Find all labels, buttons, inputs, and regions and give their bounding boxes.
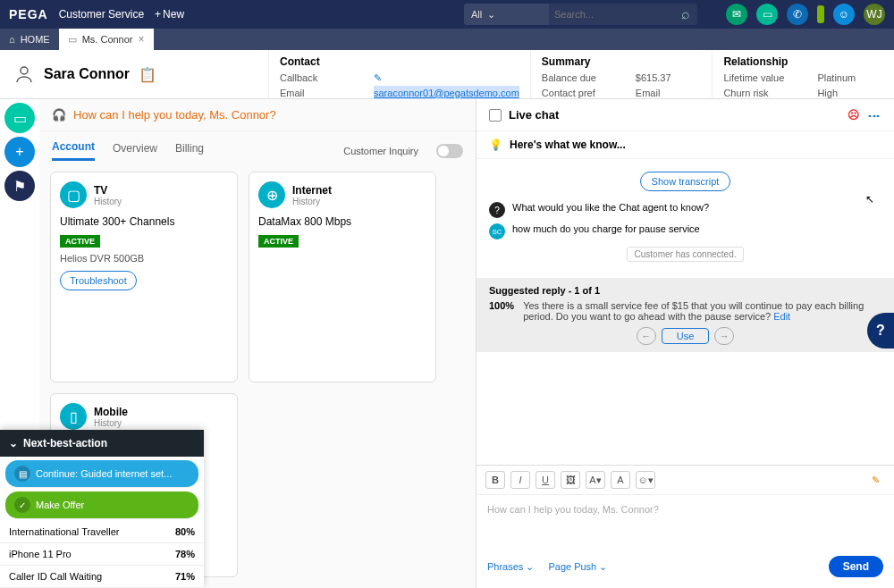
tv-plan: Ultimate 300+ Channels: [60, 215, 228, 228]
sentiment-sad-icon[interactable]: ☹: [848, 108, 860, 122]
confidence-pct: 100%: [489, 300, 514, 322]
nba-panel: ⌄Next-best-action ▤Continue: Guided inte…: [0, 430, 204, 588]
callback-label: Callback: [280, 71, 347, 86]
card-tv: ▢TVHistory Ultimate 300+ Channels ACTIVE…: [50, 172, 238, 382]
profile-icon[interactable]: ☺: [833, 4, 855, 25]
sub-tabs: Account Overview Billing Customer Inquir…: [39, 131, 476, 161]
phrases-dropdown[interactable]: Phrases ⌄: [487, 561, 534, 573]
tab-account[interactable]: Account: [52, 140, 95, 161]
bold-icon[interactable]: B: [485, 471, 505, 489]
image-icon[interactable]: 🖼: [561, 471, 580, 489]
tab-home[interactable]: ⌂HOME: [0, 29, 59, 50]
clipboard-icon[interactable]: 📋: [139, 66, 156, 83]
edit-icon[interactable]: ✎: [374, 71, 382, 86]
user-avatar[interactable]: WJ: [864, 4, 885, 25]
ltv-label: Lifetime value: [723, 71, 790, 86]
suggested-title: Suggested reply - 1 of 1: [489, 285, 881, 296]
close-icon[interactable]: ×: [139, 33, 145, 46]
system-message: Customer has connected.: [627, 247, 745, 262]
check-icon: ✓: [14, 497, 30, 513]
status-badge: ACTIVE: [258, 235, 299, 248]
tab-billing[interactable]: Billing: [175, 142, 204, 160]
card-sub[interactable]: History: [94, 418, 128, 428]
globe-icon: ⊕: [258, 181, 285, 208]
chat-icon[interactable]: ▭: [756, 4, 778, 25]
battery-icon[interactable]: [817, 5, 824, 23]
churn-value: High: [817, 86, 838, 101]
nba-item[interactable]: Internatinational Traveller80%: [0, 521, 204, 543]
know-heading: Here's what we know...: [510, 139, 626, 151]
new-button[interactable]: +New: [155, 8, 184, 21]
relationship-heading: Relationship: [723, 55, 883, 68]
rail-flag-icon[interactable]: ⚑: [4, 171, 35, 201]
highlight-icon[interactable]: A: [611, 471, 630, 489]
card-sub[interactable]: History: [292, 197, 332, 206]
person-icon: [13, 63, 35, 85]
kebab-menu-icon[interactable]: ⋮: [867, 110, 881, 121]
checkbox-icon[interactable]: [489, 109, 502, 122]
phone-icon[interactable]: ✆: [787, 4, 808, 25]
svg-point-0: [21, 67, 28, 74]
customer-name: Sara Connor: [44, 66, 130, 82]
nba-item[interactable]: Caller ID Call Waiting71%: [0, 566, 204, 588]
pencil-icon[interactable]: ✎: [865, 471, 885, 489]
balance-value: $615.37: [636, 71, 671, 86]
greeting-text: How can I help you today, Ms. Connor?: [73, 108, 276, 122]
nba-offer[interactable]: ✓Make Offer: [5, 491, 198, 519]
tab-overview[interactable]: Overview: [113, 142, 157, 160]
email-label: Email: [280, 86, 347, 101]
balance-label: Balance due: [542, 71, 609, 86]
nba-header[interactable]: ⌄Next-best-action: [0, 430, 204, 457]
bot-question: What would you like the Chat agent to kn…: [512, 202, 709, 213]
chat-title: Live chat: [509, 108, 559, 122]
mail-icon[interactable]: ✉: [726, 4, 747, 25]
prev-arrow-icon[interactable]: ←: [637, 327, 656, 345]
pagepush-dropdown[interactable]: Page Push ⌄: [548, 561, 607, 573]
show-transcript-button[interactable]: Show transcript: [640, 172, 731, 191]
troubleshoot-button[interactable]: Troubleshoot: [60, 271, 137, 290]
search-scope-dropdown[interactable]: All⌄: [464, 4, 549, 25]
rail-chat-icon[interactable]: ▭: [4, 103, 35, 133]
chevron-down-icon: ⌄: [9, 437, 18, 449]
tab-customer[interactable]: ▭Ms. Connor×: [59, 29, 154, 50]
nba-pct: 78%: [175, 549, 195, 559]
left-rail: ▭ + ⚑: [0, 99, 39, 439]
use-button[interactable]: Use: [662, 328, 710, 344]
card-title: Mobile: [94, 406, 128, 418]
search-input[interactable]: [549, 4, 674, 25]
summary-heading: Summary: [542, 55, 702, 68]
card-sub[interactable]: History: [94, 197, 122, 206]
customer-avatar: SC: [489, 223, 505, 239]
message-input[interactable]: How can I help you today, Ms. Connor?: [477, 495, 894, 549]
brand-logo: PEGA: [9, 7, 48, 21]
status-badge: ACTIVE: [60, 235, 100, 248]
card-internet: ⊕InternetHistory DataMax 800 Mbps ACTIVE: [249, 172, 436, 382]
nba-pct: 80%: [175, 526, 195, 537]
clipboard-icon: ▤: [14, 466, 30, 482]
email-link[interactable]: saraconnor01@pegatsdemo.com: [374, 86, 519, 101]
top-nav: PEGA Customer Service +New All⌄ ⌕ ✉ ▭ ✆ …: [0, 0, 894, 29]
italic-icon[interactable]: I: [510, 471, 530, 489]
app-name: Customer Service: [59, 8, 144, 21]
greeting-bar: 🎧 How can I help you today, Ms. Connor?: [39, 99, 476, 131]
search-button[interactable]: ⌕: [674, 4, 697, 25]
suggested-reply: Suggested reply - 1 of 1 100% Yes there …: [477, 278, 894, 352]
send-button[interactable]: Send: [829, 556, 883, 577]
rail-add-icon[interactable]: +: [4, 137, 35, 167]
nba-continue[interactable]: ▤Continue: Guided internet set...: [5, 460, 198, 488]
chevron-down-icon: ⌄: [487, 9, 495, 21]
nba-item[interactable]: iPhone 11 Pro78%: [0, 543, 204, 566]
inquiry-label: Customer Inquiry: [343, 146, 418, 156]
inquiry-toggle[interactable]: [436, 144, 463, 158]
composer: B I U 🖼 A▾ A ☺▾ ✎ How can I help you tod…: [477, 465, 894, 588]
underline-icon[interactable]: U: [536, 471, 555, 489]
edit-link[interactable]: Edit: [773, 311, 790, 322]
lightbulb-icon: 💡: [489, 139, 502, 151]
suggested-text: Yes there is a small service fee of $15 …: [523, 300, 864, 322]
card-title: TV: [94, 184, 122, 197]
right-pane: Live chat ☹ ⋮ 💡 Here's what we know... S…: [476, 99, 894, 588]
plus-icon: +: [155, 8, 161, 21]
emoji-icon[interactable]: ☺▾: [636, 471, 655, 489]
font-color-icon[interactable]: A▾: [586, 471, 605, 489]
next-arrow-icon[interactable]: →: [714, 327, 734, 345]
